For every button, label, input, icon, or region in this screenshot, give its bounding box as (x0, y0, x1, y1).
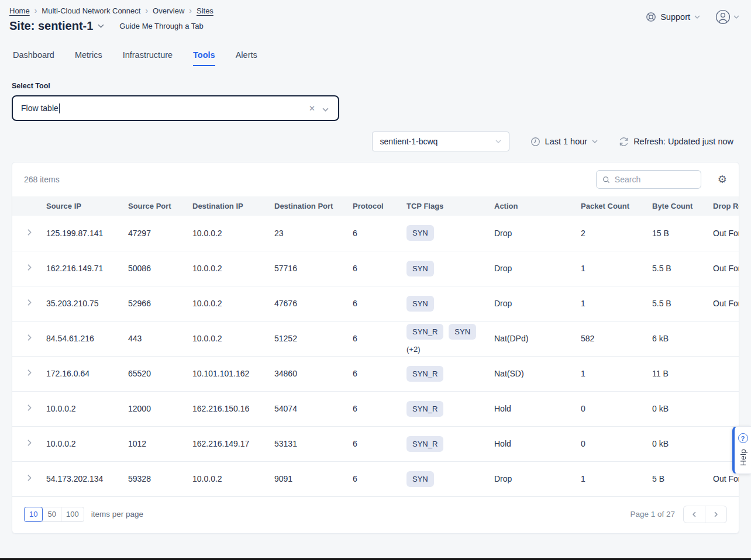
tab-infrastructure[interactable]: Infrastructure (123, 50, 173, 66)
breadcrumb-separator-icon: › (189, 6, 192, 15)
page-title: Site: sentient-1 (9, 19, 93, 33)
cell-packet-count: 2 (581, 216, 652, 251)
refresh-label: Refresh: Updated just now (633, 137, 733, 146)
table-row[interactable]: 172.16.0.646552010.101.101.162348606SYN_… (12, 356, 739, 391)
clear-icon[interactable]: ✕ (305, 102, 319, 115)
table-row[interactable]: 54.173.202.1345932810.0.0.290916SYNDrop1… (12, 461, 739, 496)
cell-destination-ip: 10.0.0.2 (192, 286, 274, 321)
cell-action: Hold (494, 391, 581, 426)
cell-protocol: 6 (353, 461, 406, 496)
row-expand-icon[interactable] (23, 402, 36, 416)
cell-tcp-flags: SYN_R (406, 426, 494, 461)
gear-icon[interactable]: ⚙ (718, 174, 727, 185)
time-range-label: Last 1 hour (545, 137, 588, 146)
cell-destination-ip: 10.0.0.2 (192, 461, 274, 496)
breadcrumb: Home›Multi-Cloud Network Connect›Overvie… (9, 6, 742, 15)
items-count: 268 items (24, 175, 60, 184)
cell-action: Drop (494, 251, 581, 286)
row-expand-icon[interactable] (23, 261, 36, 275)
breadcrumb-item[interactable]: Multi-Cloud Network Connect (42, 6, 140, 15)
tab-metrics[interactable]: Metrics (75, 50, 102, 66)
table-body: 125.199.87.1414729710.0.0.2236SYNDrop215… (12, 216, 739, 496)
cell-byte-count: 6 kB (652, 321, 713, 356)
cell-destination-ip: 162.216.150.16 (192, 391, 274, 426)
cell-byte-count: 5.5 B (652, 286, 713, 321)
row-expand-icon[interactable] (23, 472, 36, 486)
table-row[interactable]: 10.0.0.21012162.216.149.17531316SYN_RHol… (12, 426, 739, 461)
tool-select-value: Flow table (21, 103, 58, 113)
table-row[interactable]: 10.0.0.212000162.216.150.16540746SYN_RHo… (12, 391, 739, 426)
breadcrumb-item[interactable]: Overview (153, 6, 184, 15)
column-header-protocol: Protocol (353, 196, 406, 216)
cell-destination-ip: 10.0.0.2 (192, 216, 274, 251)
table-row[interactable]: 125.199.87.1414729710.0.0.2236SYNDrop215… (12, 216, 739, 251)
cell-source-port: 47297 (128, 216, 192, 251)
cell-tcp-flags: SYN_RSYN(+2) (406, 321, 494, 356)
cell-source-port: 52966 (128, 286, 192, 321)
cell-source-port: 12000 (128, 391, 192, 426)
table-row[interactable]: 35.203.210.755296610.0.0.2476766SYNDrop1… (12, 286, 739, 321)
cell-protocol: 6 (353, 286, 406, 321)
support-menu[interactable]: Support (646, 12, 700, 22)
next-page-button[interactable] (705, 506, 727, 523)
table-row[interactable]: 162.216.149.715008610.0.0.2577166SYNDrop… (12, 251, 739, 286)
column-header-destination-ip: Destination IP (192, 196, 274, 216)
account-menu[interactable] (715, 9, 739, 25)
search-input[interactable] (615, 175, 695, 184)
page-size-10[interactable]: 10 (24, 507, 43, 522)
tab-tools[interactable]: Tools (193, 50, 215, 66)
cell-source-port: 59328 (128, 461, 192, 496)
refresh-button[interactable]: Refresh: Updated just now (619, 137, 733, 147)
cell-packet-count: 1 (581, 251, 652, 286)
table-header-row: Source IPSource PortDestination IPDestin… (12, 196, 739, 216)
site-title-dropdown[interactable]: Site: sentient-1 (9, 19, 104, 33)
row-expand-icon[interactable] (23, 367, 36, 381)
page-indicator: Page 1 of 27 (630, 510, 675, 518)
node-select[interactable]: sentient-1-bcwq (372, 132, 509, 151)
cell-source-port: 443 (128, 321, 192, 356)
row-expand-icon[interactable] (23, 331, 36, 345)
row-expand-icon[interactable] (23, 296, 36, 310)
cell-protocol: 6 (353, 251, 406, 286)
cell-drop-reason: Out For (713, 251, 739, 286)
refresh-icon (619, 137, 629, 147)
cell-source-ip: 54.173.202.134 (46, 461, 128, 496)
search-box[interactable] (596, 170, 701, 189)
help-tab[interactable]: ? Help (732, 426, 751, 474)
cell-drop-reason: Out For (713, 286, 739, 321)
tcp-flags-more: (+2) (406, 345, 494, 354)
cell-destination-port: 57716 (274, 251, 353, 286)
cell-destination-ip: 10.0.0.2 (192, 321, 274, 356)
cell-source-ip: 10.0.0.2 (46, 391, 128, 426)
chevron-down-icon[interactable] (319, 101, 330, 115)
row-expand-icon[interactable] (23, 226, 36, 240)
cell-protocol: 6 (353, 321, 406, 356)
cell-protocol: 6 (353, 216, 406, 251)
breadcrumb-item[interactable]: Sites (197, 6, 213, 15)
chevron-down-icon (694, 15, 700, 19)
row-expand-icon[interactable] (23, 437, 36, 451)
chevron-down-icon (592, 140, 598, 143)
support-label: Support (660, 12, 690, 22)
select-tool-label: Select Tool (12, 82, 751, 90)
cell-tcp-flags: SYN_R (406, 391, 494, 426)
lifebuoy-icon (646, 12, 656, 22)
tab-alerts[interactable]: Alerts (236, 50, 257, 66)
tab-bar: DashboardMetricsInfrastructureToolsAlert… (0, 50, 751, 66)
help-label: Help (739, 449, 747, 466)
page-size-50[interactable]: 50 (42, 507, 61, 522)
flow-table-card: 268 items ⚙ Source IPSource PortDestinat… (12, 162, 739, 534)
cell-tcp-flags: SYN (406, 251, 494, 286)
table-row[interactable]: 84.54.61.21644310.0.0.2512526SYN_RSYN(+2… (12, 321, 739, 356)
column-header-source-port: Source Port (128, 196, 192, 216)
cell-source-port: 1012 (128, 426, 192, 461)
breadcrumb-item[interactable]: Home (9, 6, 30, 15)
time-range-select[interactable]: Last 1 hour (530, 137, 598, 147)
tab-dashboard[interactable]: Dashboard (13, 50, 54, 66)
avatar-icon (715, 9, 731, 25)
page-size-100[interactable]: 100 (61, 507, 84, 522)
column-header-source-ip: Source IP (46, 196, 128, 216)
tool-select-input[interactable]: Flow table ✕ (12, 95, 339, 121)
prev-page-button[interactable] (683, 506, 705, 523)
guide-me-link[interactable]: Guide Me Through a Tab (119, 22, 203, 30)
